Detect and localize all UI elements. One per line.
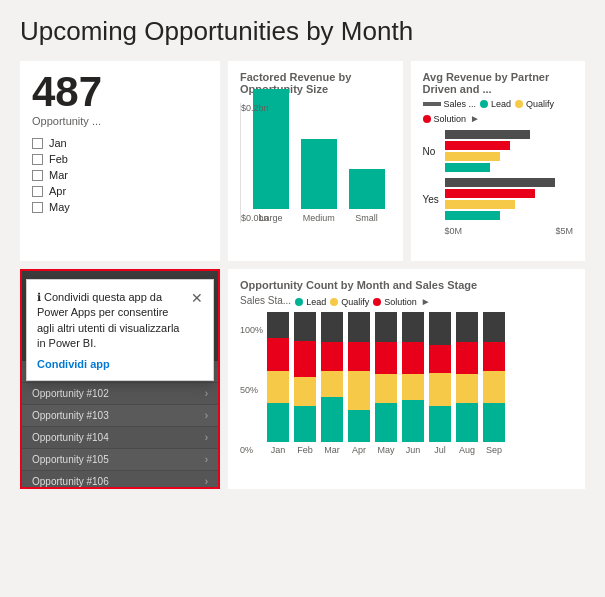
month-checkbox-jan[interactable]	[32, 138, 43, 149]
list-item[interactable]: Opportunity #106 ›	[22, 471, 218, 489]
opportunity-list-card: ℹ Condividi questa app da Power Apps per…	[20, 269, 220, 489]
stacked-bar-apr-stack	[348, 312, 370, 442]
segment-dark-aug	[456, 312, 478, 342]
month-checkbox-may[interactable]	[32, 202, 43, 213]
segment-dark-feb	[294, 312, 316, 341]
segment-solution-feb	[294, 341, 316, 377]
page-title: Upcoming Opportunities by Month	[20, 16, 585, 47]
list-item[interactable]: Opportunity #103 ›	[22, 405, 218, 427]
h-bar-row-no: No	[423, 130, 574, 172]
stacked-label-qualify: Qualify	[341, 297, 369, 307]
segment-dark-sep	[483, 312, 505, 342]
month-item-may[interactable]: May	[32, 199, 208, 215]
avg-revenue-card: Avg Revenue by Partner Driven and ... Sa…	[411, 61, 586, 261]
popup-close-button[interactable]: ✕	[191, 290, 203, 306]
segment-lead-jul	[429, 406, 451, 442]
h-bar-no-qualify	[445, 152, 500, 161]
stacked-bar-jul: Jul	[429, 312, 451, 455]
segment-dark-jun	[402, 312, 424, 342]
stacked-bars: Jan Feb	[267, 312, 505, 455]
month-label-feb: Feb	[49, 153, 68, 165]
segment-qualify-jun	[402, 374, 424, 400]
x-label-mar: Mar	[321, 445, 343, 455]
list-item-label: Opportunity #103	[32, 410, 109, 421]
stacked-dot-solution	[373, 298, 381, 306]
list-item[interactable]: Opportunity #105 ›	[22, 449, 218, 471]
h-bar-row-yes: Yes	[423, 178, 574, 220]
stacked-legend-label: Sales Sta...	[240, 295, 291, 306]
y-label-100: 100%	[240, 325, 263, 335]
stacked-chart-card: Opportunity Count by Month and Sales Sta…	[228, 269, 585, 489]
list-item[interactable]: Opportunity #104 ›	[22, 427, 218, 449]
list-item-label: Opportunity #106	[32, 476, 109, 487]
stacked-chart-chevron[interactable]: ►	[421, 296, 431, 307]
h-bar-yes-lead	[445, 211, 500, 220]
segment-lead-jun	[402, 400, 424, 442]
list-item-label: Opportunity #104	[32, 432, 109, 443]
h-bar-label-no: No	[423, 146, 445, 157]
segment-solution-jun	[402, 342, 424, 375]
month-item-mar[interactable]: Mar	[32, 167, 208, 183]
month-item-feb[interactable]: Feb	[32, 151, 208, 167]
segment-qualify-jan	[267, 371, 289, 404]
month-label-apr: Apr	[49, 185, 66, 197]
segment-solution-jan	[267, 338, 289, 371]
h-axis-5m: $5M	[555, 226, 573, 236]
stacked-bar-jan: Jan	[267, 312, 289, 455]
segment-qualify-may	[375, 374, 397, 403]
legend-dot-qualify	[515, 100, 523, 108]
segment-lead-feb	[294, 406, 316, 442]
list-item-chevron: ›	[205, 476, 208, 487]
bar-axis-top-label: $0.2bn	[241, 103, 269, 113]
y-axis: 100% 50% 0%	[240, 325, 263, 455]
month-checkbox-mar[interactable]	[32, 170, 43, 181]
list-item-label: Opportunity #102	[32, 388, 109, 399]
list-item-chevron: ›	[205, 410, 208, 421]
x-label-sep: Sep	[483, 445, 505, 455]
legend-solution: Solution	[423, 114, 467, 124]
month-label-may: May	[49, 201, 70, 213]
list-item[interactable]: Opportunity #102 ›	[22, 383, 218, 405]
h-axis: $0M $5M	[423, 226, 574, 236]
segment-lead-jan	[267, 403, 289, 442]
stacked-bar-feb-stack	[294, 312, 316, 442]
list-item-chevron: ›	[205, 432, 208, 443]
bar-medium-rect	[301, 139, 337, 209]
stacked-bar-sep-stack	[483, 312, 505, 442]
bar-chart-area: $0.2bn $0.0bn Large Medium Small	[240, 103, 391, 223]
stacked-bar-mar-stack	[321, 312, 343, 442]
x-label-jan: Jan	[267, 445, 289, 455]
segment-qualify-jul	[429, 373, 451, 406]
stacked-bar-mar: Mar	[321, 312, 343, 455]
x-label-jun: Jun	[402, 445, 424, 455]
month-item-apr[interactable]: Apr	[32, 183, 208, 199]
month-checkbox-apr[interactable]	[32, 186, 43, 197]
legend-dot-sales	[423, 102, 441, 106]
share-popup: ℹ Condividi questa app da Power Apps per…	[26, 279, 214, 381]
legend-dot-solution	[423, 115, 431, 123]
h-bar-no-lead	[445, 163, 490, 172]
avg-revenue-legend: Sales ... Lead Qualify Solution ►	[423, 99, 574, 124]
h-bar-no-solution	[445, 141, 510, 150]
h-bar-yes-dark	[445, 178, 555, 187]
list-item-chevron: ›	[205, 388, 208, 399]
y-label-50: 50%	[240, 385, 263, 395]
h-bar-yes-qualify	[445, 200, 515, 209]
avg-revenue-chevron[interactable]: ►	[470, 113, 480, 124]
x-label-apr: Apr	[348, 445, 370, 455]
stacked-chart-wrapper: 100% 50% 0% Jan	[240, 312, 573, 455]
month-filter-list: Jan Feb Mar Apr May	[32, 135, 208, 215]
legend-label-qualify: Qualify	[526, 99, 554, 109]
month-checkbox-feb[interactable]	[32, 154, 43, 165]
x-label-aug: Aug	[456, 445, 478, 455]
segment-lead-apr	[348, 410, 370, 443]
h-axis-0m: $0M	[445, 226, 463, 236]
stacked-bar-aug: Aug	[456, 312, 478, 455]
bar-medium: Medium	[301, 139, 337, 223]
bar-axis-bottom-label: $0.0bn	[241, 213, 269, 223]
popup-share-link[interactable]: Condividi app	[37, 358, 203, 370]
month-item-jan[interactable]: Jan	[32, 135, 208, 151]
x-label-may: May	[375, 445, 397, 455]
segment-qualify-apr	[348, 371, 370, 410]
h-bar-chart: No Yes	[423, 130, 574, 236]
